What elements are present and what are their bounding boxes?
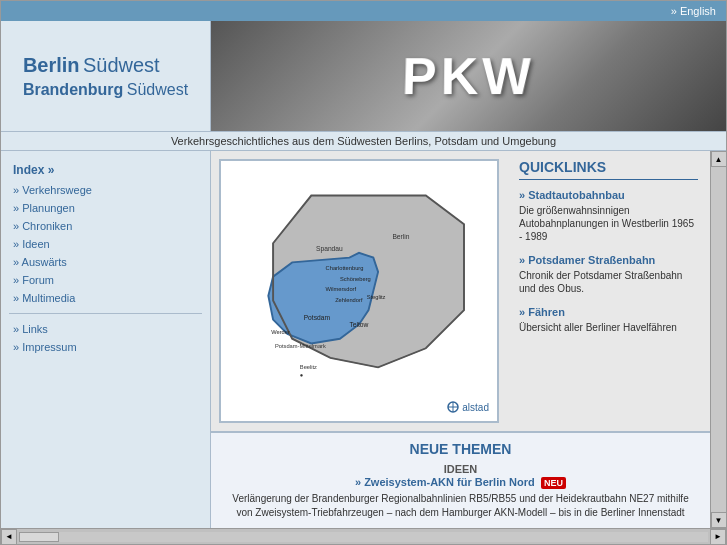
header-image: PKW <box>211 21 726 131</box>
main-content: Index » » Verkehrswege » Planungen » Chr… <box>1 151 726 528</box>
alstad-icon <box>447 401 459 413</box>
logo-line2: Brandenburg Südwest <box>23 79 188 101</box>
sidebar-item-planungen[interactable]: » Planungen <box>1 199 210 217</box>
quicklink-fahren: Fähren Übersicht aller Berliner Havelfäh… <box>519 305 698 334</box>
sidebar-nav: Index » » Verkehrswege » Planungen » Chr… <box>1 159 210 356</box>
svg-text:Charlottenburg: Charlottenburg <box>326 265 364 271</box>
logo-area: Berlin Südwest Brandenburg Südwest <box>1 21 211 131</box>
sidebar: Index » » Verkehrswege » Planungen » Chr… <box>1 151 211 528</box>
ideen-section: IDEEN Zweisystem-AKN für Berlin Nord NEU… <box>223 463 698 520</box>
quicklink-desc-2: Übersicht aller Berliner Havelfähren <box>519 321 698 334</box>
subtitle-text: Verkehrsgeschichtliches aus dem Südweste… <box>171 135 556 147</box>
quicklink-stadtautobahnbau: Stadtautobahnbau Die größenwahnsinnigen … <box>519 188 698 243</box>
header-image-bg: PKW <box>211 21 726 131</box>
ideen-label: IDEEN <box>223 463 698 475</box>
scroll-down-button[interactable]: ▼ <box>711 512 727 528</box>
sidebar-item-multimedia[interactable]: » Multimedia <box>1 289 210 307</box>
neue-themen-title: NEUE THEMEN <box>223 441 698 457</box>
alstad-logo: alstad <box>447 401 489 413</box>
bottom-scrollbar: ◄ ► <box>1 528 726 544</box>
quicklink-link-2[interactable]: Fähren <box>519 306 565 318</box>
logo-brandenburg: Brandenburg <box>23 81 123 98</box>
logo-berlin: Berlin <box>23 54 80 76</box>
sidebar-item-ideen[interactable]: » Ideen <box>1 235 210 253</box>
sidebar-item-chroniken[interactable]: » Chroniken <box>1 217 210 235</box>
sidebar-item-links[interactable]: » Links <box>1 320 210 338</box>
svg-text:Potsdam-Mittelmark: Potsdam-Mittelmark <box>275 343 326 349</box>
sidebar-item-auswarts[interactable]: » Auswärts <box>1 253 210 271</box>
quicklink-desc-0: Die größenwahnsinnigen Autobahnplanungen… <box>519 204 698 243</box>
logo-line1: Berlin Südwest <box>23 51 188 79</box>
right-scrollbar: ▲ ▼ <box>710 151 726 528</box>
app: » English Berlin Südwest Brandenburg Süd… <box>0 0 727 545</box>
quicklink-link-0[interactable]: Stadtautobahnbau <box>519 189 625 201</box>
header-image-label: PKW <box>401 46 536 106</box>
sidebar-divider <box>9 313 202 314</box>
ideen-description: Verlängerung der Brandenburger Regionalb… <box>223 492 698 520</box>
subtitle-bar: Verkehrsgeschichtliches aus dem Südweste… <box>1 131 726 151</box>
svg-text:Zehlendorf: Zehlendorf <box>335 297 363 303</box>
scroll-left-button[interactable]: ◄ <box>1 529 17 545</box>
svg-text:Beelitz: Beelitz <box>300 364 317 370</box>
neue-themen: NEUE THEMEN IDEEN Zweisystem-AKN für Ber… <box>211 432 710 528</box>
logo-text: Berlin Südwest Brandenburg Südwest <box>23 51 188 101</box>
svg-text:Werder: Werder <box>271 329 290 335</box>
svg-text:Berlin: Berlin <box>392 233 409 240</box>
svg-text:●: ● <box>300 372 303 378</box>
english-link[interactable]: » English <box>671 5 716 17</box>
svg-text:Steglitz: Steglitz <box>367 294 386 300</box>
content-area: Spandau Berlin Charlottenburg Schöneberg… <box>211 151 710 528</box>
hscroll-track[interactable] <box>19 532 708 542</box>
sidebar-index[interactable]: Index » <box>1 159 210 181</box>
svg-text:Schöneberg: Schöneberg <box>340 276 371 282</box>
hscroll-thumb[interactable] <box>19 532 59 542</box>
ideen-link-row: Zweisystem-AKN für Berlin Nord NEU <box>223 475 698 489</box>
top-bar: » English <box>1 1 726 21</box>
alstad-text: alstad <box>462 402 489 413</box>
quicklink-link-1[interactable]: Potsdamer Straßenbahn <box>519 254 655 266</box>
quicklinks-area: QUICKLINKS Stadtautobahnbau Die größenwa… <box>507 151 710 431</box>
sidebar-item-impressum[interactable]: » Impressum <box>1 338 210 356</box>
map-svg: Spandau Berlin Charlottenburg Schöneberg… <box>229 186 489 396</box>
map-quicklinks-row: Spandau Berlin Charlottenburg Schöneberg… <box>211 151 710 432</box>
logo-sudwest2: Südwest <box>127 81 188 98</box>
svg-text:Teltow: Teltow <box>349 321 368 328</box>
sidebar-item-forum[interactable]: » Forum <box>1 271 210 289</box>
ideen-link[interactable]: Zweisystem-AKN für Berlin Nord <box>355 476 535 488</box>
quicklink-potsdamer: Potsdamer Straßenbahn Chronik der Potsda… <box>519 253 698 295</box>
neu-badge: NEU <box>541 477 566 489</box>
header: Berlin Südwest Brandenburg Südwest PKW <box>1 21 726 131</box>
sidebar-item-verkehrswege[interactable]: » Verkehrswege <box>1 181 210 199</box>
quicklinks-title: QUICKLINKS <box>519 159 698 180</box>
logo-sudwest1: Südwest <box>83 54 160 76</box>
scroll-up-button[interactable]: ▲ <box>711 151 727 167</box>
map-area: Spandau Berlin Charlottenburg Schöneberg… <box>219 159 499 423</box>
scroll-track[interactable] <box>711 167 727 512</box>
svg-text:Wilmersdorf: Wilmersdorf <box>326 286 357 292</box>
quicklink-desc-1: Chronik der Potsdamer Straßenbahn und de… <box>519 269 698 295</box>
svg-text:Spandau: Spandau <box>316 245 343 253</box>
svg-text:Potsdam: Potsdam <box>304 314 331 321</box>
scroll-right-button[interactable]: ► <box>710 529 726 545</box>
